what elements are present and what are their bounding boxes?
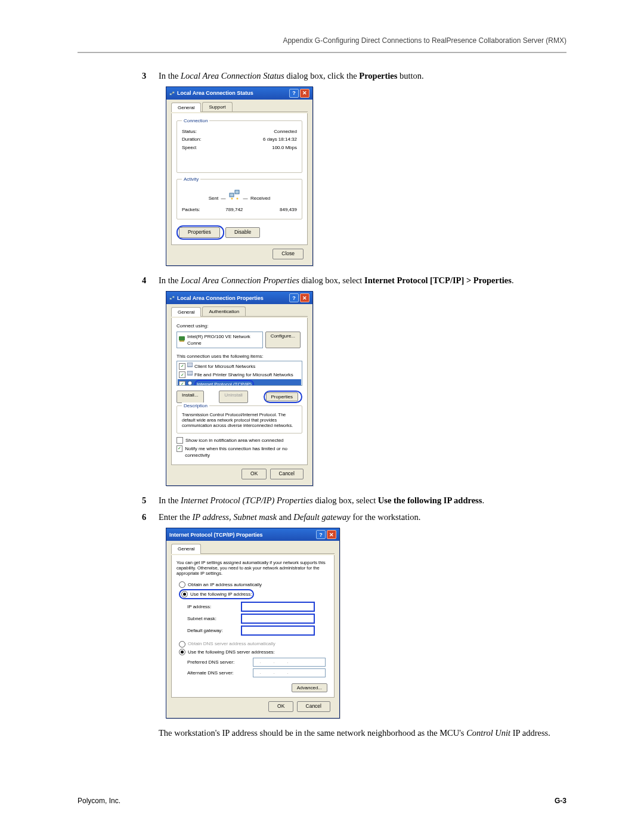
svg-point-5 [231,197,233,199]
step-text: In the Local Area Connection Status dial… [159,70,566,82]
svg-rect-10 [179,340,184,342]
speed-value: 100.0 Mbps [272,144,297,151]
packets-label: Packets: [182,206,200,213]
step-5: 5 In the Internet Protocol (TCP/IP) Prop… [142,494,566,506]
footer-left: Polycom, Inc. [78,796,120,806]
help-button[interactable]: ? [289,89,299,98]
nic-name: Intel(R) PRO/100 VE Network Conne [187,333,261,346]
cb-label: Show icon in notification area when conn… [185,437,284,444]
nic-icon [179,336,185,343]
subnet-mask-field[interactable] [241,614,315,624]
radio-auto-ip[interactable] [179,581,185,588]
components-list[interactable]: ✓Client for Microsoft Networks ✓File and… [177,361,302,386]
preferred-dns-field[interactable]: ... [253,658,326,667]
use-following-ip-highlight: Use the following IP address: [179,589,254,599]
tab-general[interactable]: General [171,307,201,317]
tab-support[interactable]: Support [202,102,232,112]
tab-auth[interactable]: Authentication [202,306,246,316]
close-dialog-button[interactable]: Close [273,249,304,259]
t: In the [159,275,181,285]
default-gateway-field[interactable] [241,625,315,636]
titlebar: Local Area Connection Properties ? ✕ [166,292,312,304]
properties-button[interactable]: Properties [266,392,298,401]
properties-highlight: Properties [264,391,302,403]
properties-highlight: Properties [177,225,224,240]
step-text: In the Internet Protocol (TCP/IP) Proper… [159,494,566,506]
ok-button[interactable]: OK [242,469,267,479]
alternate-dns-field[interactable]: ... [253,668,326,677]
connect-using-label: Connect using: [177,323,302,329]
step-6: 6 Enter the IP address, Subnet mask and … [142,511,566,523]
list-item: Internet Protocol (TCP/IP) [197,382,252,386]
cancel-button[interactable]: Cancel [297,701,330,712]
properties-button[interactable]: Properties [179,227,220,238]
close-button[interactable]: ✕ [327,530,336,539]
duration-value: 6 days 18:14:32 [263,136,297,143]
group-activity: Activity [182,176,200,182]
note-text: The workstation's IP address should be i… [159,727,566,739]
ok-button[interactable]: OK [268,701,293,712]
step-number: 4 [142,274,159,286]
tab-general[interactable]: General [171,544,201,553]
t: dialog box, select [313,496,378,505]
radio-static-dns[interactable] [179,649,185,655]
install-button[interactable]: Install... [177,391,204,403]
share-icon [187,371,193,378]
t: In the [159,71,181,80]
svg-rect-4 [235,190,239,194]
radio-auto-dns [179,641,185,648]
header-rule [78,52,566,53]
cb-label: Notify me when this connection has limit… [185,445,302,459]
close-button[interactable]: ✕ [300,293,309,302]
help-button[interactable]: ? [289,293,299,302]
checkbox[interactable] [177,437,183,444]
packets-sent: 789,742 [225,206,243,213]
close-button[interactable]: ✕ [300,89,309,98]
step-number: 6 [142,511,159,523]
step-4: 4 In the Local Area Connection Propertie… [142,274,566,286]
step-number: 3 [142,70,159,82]
ip-address-field[interactable] [241,602,315,612]
client-icon [187,363,193,370]
t: dialog box, click the [284,71,360,80]
page-footer: Polycom, Inc. G-3 [78,796,566,806]
advanced-button[interactable]: Advanced... [292,683,327,692]
disable-button[interactable]: Disable [225,227,260,238]
radio-label: Use the following IP address: [190,591,252,597]
t: . [482,496,484,505]
svg-point-13 [188,381,192,385]
t: button. [397,71,423,80]
t: Local Area Connection Properties [181,275,299,285]
t: Local Area Connection Status [181,71,284,80]
t: Control Unit [466,728,510,738]
help-button[interactable]: ? [316,530,326,539]
step-text: Enter the IP address, Subnet mask and De… [159,511,566,523]
title: Local Area Connection Status [177,89,253,97]
radio-label: Obtain an IP address automatically [188,582,262,587]
svg-rect-11 [187,363,193,367]
t: and [277,512,293,522]
svg-rect-12 [187,371,193,375]
t: Internet Protocol (TCP/IP) Properties [181,496,313,505]
items-label: This connection uses the following items… [177,353,302,360]
cancel-button[interactable]: Cancel [270,469,304,479]
svg-rect-8 [172,296,174,298]
t: for the workstation. [351,512,421,522]
status-value: Connected [274,128,297,135]
local-area-connection-properties-dialog: Local Area Connection Properties ? ✕ Gen… [166,291,313,486]
t: Enter the [159,512,192,522]
configure-button[interactable]: Configure... [265,332,301,348]
received-label: Received [250,196,270,201]
t: dialog box, select [299,275,364,285]
t: Use the following IP address [378,496,482,505]
uninstall-button: Uninstall [219,391,248,403]
intro-text: You can get IP settings assigned automat… [177,560,329,577]
t: IP address, Subnet mask [192,512,277,522]
tcpip-item[interactable]: ✓Internet Protocol (TCP/IP) [178,379,301,386]
sent-label: Sent [209,196,218,201]
checkbox[interactable]: ✓ [177,445,182,452]
dialog-2-wrap: Local Area Connection Properties ? ✕ Gen… [166,291,566,486]
t: Internet Protocol [TCP/IP] > Properties [364,275,512,285]
tab-general[interactable]: General [171,103,201,112]
radio-static-ip[interactable] [181,591,188,597]
